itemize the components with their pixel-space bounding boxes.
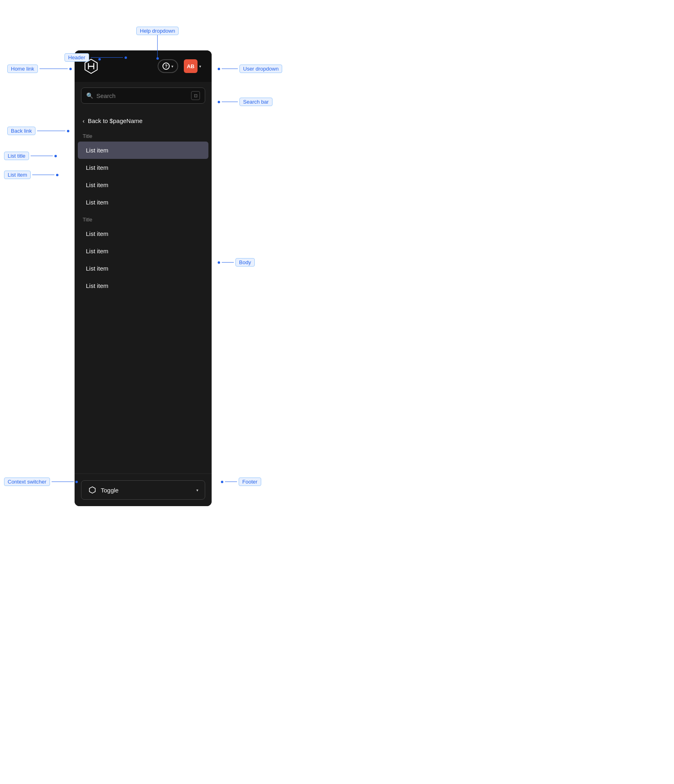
page-wrapper: ? ▾ AB ▾ 🔍 ⊡ ‹ Back to $pageName	[0, 24, 674, 784]
list-item[interactable]: List item	[78, 277, 208, 294]
list-item[interactable]: List item	[78, 260, 208, 277]
context-switcher-button[interactable]: Toggle ▾	[81, 480, 205, 500]
annotation-context-switcher: Context switcher	[4, 477, 78, 486]
annotation-user-dropdown: User dropdown	[218, 65, 282, 73]
help-dropdown-button[interactable]: ? ▾	[158, 59, 178, 73]
avatar: AB	[184, 59, 198, 73]
annotation-footer: Footer	[221, 477, 261, 486]
list-item[interactable]: List item	[78, 159, 208, 176]
toggle-text: Toggle	[101, 487, 119, 494]
annotation-search-bar: Search bar	[218, 98, 273, 106]
hexagon-icon	[88, 486, 97, 494]
back-chevron-icon: ‹	[83, 118, 85, 124]
user-dropdown-button[interactable]: AB ▾	[181, 58, 204, 74]
toggle-chevron-icon: ▾	[196, 488, 198, 492]
search-section: 🔍 ⊡	[75, 82, 212, 109]
search-icon: 🔍	[86, 92, 93, 99]
list-item[interactable]: List item	[78, 225, 208, 242]
list-title-2: Title	[75, 213, 212, 225]
list-item[interactable]: List item	[78, 242, 208, 260]
help-chevron-icon: ▾	[171, 64, 173, 69]
user-chevron-icon: ▾	[199, 64, 201, 69]
list-item[interactable]: List item	[78, 194, 208, 211]
annotation-body: Body	[218, 258, 255, 267]
toggle-left: Toggle	[88, 486, 119, 494]
search-input[interactable]	[96, 92, 188, 99]
nav-section-1: Title List item List item List item List…	[75, 129, 212, 211]
annotation-back-link: Back link	[7, 127, 69, 135]
annotation-help-dropdown: Help dropdown	[136, 27, 179, 60]
back-link-text: Back to $pageName	[88, 117, 143, 124]
annotation-list-title: List title	[4, 152, 57, 160]
footer: Toggle ▾	[75, 473, 212, 506]
question-icon: ?	[162, 63, 170, 70]
back-link[interactable]: ‹ Back to $pageName	[75, 113, 212, 129]
list-item[interactable]: List item	[78, 176, 208, 194]
expand-icon[interactable]: ⊡	[191, 91, 200, 100]
annotation-header-label: Header	[64, 53, 127, 62]
annotation-list-item: List item	[4, 171, 58, 179]
list-title-1: Title	[75, 129, 212, 142]
list-item[interactable]: List item	[78, 142, 208, 159]
nav-section-2: Title List item List item List item List…	[75, 213, 212, 294]
search-bar: 🔍 ⊡	[81, 88, 205, 104]
body: ‹ Back to $pageName Title List item List…	[75, 109, 212, 473]
sidebar: ? ▾ AB ▾ 🔍 ⊡ ‹ Back to $pageName	[75, 50, 212, 506]
annotation-home-link: Home link	[7, 65, 72, 73]
header-right: ? ▾ AB ▾	[158, 58, 204, 74]
